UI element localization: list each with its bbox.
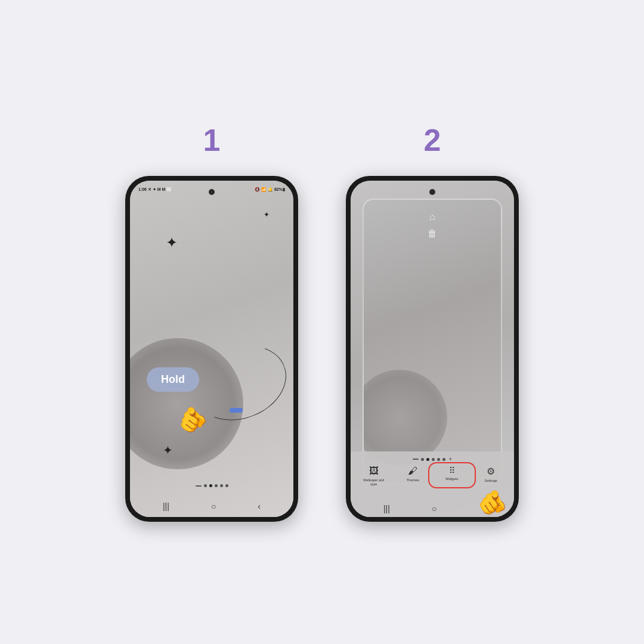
dot2-5 <box>442 458 445 461</box>
dot2-1 <box>421 458 424 461</box>
menu-wallpaper[interactable]: 🖼 Wallpaper andstyle <box>356 466 392 486</box>
phone-1: 1:06 ✕ ✦ M M ⬜ 🔇 📶 🔔 82%▮ ✦ ✦ Hold ✦ 🫵 <box>125 176 298 522</box>
wallpaper-preview: ⌂ 🗑 <box>363 199 502 484</box>
wp-home-icon: ⌂ <box>429 212 435 222</box>
hand-cursor-1: 🫵 <box>175 403 209 436</box>
wp-trash-icon: 🗑 <box>428 228 437 239</box>
hold-label: Hold <box>147 367 199 392</box>
dots-bar-1 <box>130 484 293 487</box>
dot-lines-2 <box>413 459 419 460</box>
status-icons: 🔇 📶 🔔 82%▮ <box>255 187 285 192</box>
wallpaper-icon: 🖼 <box>369 466 379 476</box>
dot-2 <box>209 484 212 487</box>
dot-5 <box>225 484 228 487</box>
sparkle-icon-1: ✦ <box>264 210 270 219</box>
themes-icon: 🖌 <box>408 466 417 476</box>
menu-settings-label: Settings <box>484 479 497 482</box>
step-2-number: 2 <box>424 122 441 158</box>
menu-themes-label: Themes <box>406 478 419 482</box>
step-2: 2 ⌂ 🗑 <box>346 122 519 522</box>
dots-bar-2: + <box>413 456 452 462</box>
status-time: 1:06 ✕ ✦ M M ⬜ <box>138 187 172 192</box>
hand-cursor-2: 🫵 <box>476 487 510 517</box>
nav-back: ‹ <box>258 501 261 511</box>
nav-recent: ||| <box>163 501 169 511</box>
phone-1-screen: 1:06 ✕ ✦ M M ⬜ 🔇 📶 🔔 82%▮ ✦ ✦ Hold ✦ 🫵 <box>130 181 293 517</box>
dot2-2 <box>426 458 429 461</box>
blue-band <box>230 408 243 413</box>
camera-2 <box>429 189 435 195</box>
menu-settings[interactable]: ⚙ Settings <box>473 466 509 486</box>
wp-icons: ⌂ 🗑 <box>428 212 437 239</box>
step-1: 1 1:06 ✕ ✦ M M ⬜ 🔇 📶 🔔 82%▮ ✦ ✦ <box>125 122 298 522</box>
settings-icon: ⚙ <box>487 466 495 477</box>
step-1-number: 1 <box>203 122 221 158</box>
menu-themes[interactable]: 🖌 Themes <box>395 466 431 486</box>
camera-1 <box>209 189 215 195</box>
menu-wallpaper-label: Wallpaper andstyle <box>363 478 384 486</box>
dot2-4 <box>437 458 440 461</box>
highlight-ring <box>428 462 476 488</box>
nav-home: ○ <box>211 501 216 511</box>
menu-row: 🖼 Wallpaper andstyle 🖌 Themes ⠿ Widgets <box>351 466 514 486</box>
nav-bar-1: ||| ○ ‹ <box>130 496 293 517</box>
main-container: 1 1:06 ✕ ✦ M M ⬜ 🔇 📶 🔔 82%▮ ✦ ✦ <box>0 0 644 644</box>
nav2-home: ○ <box>432 504 436 513</box>
dot-lines <box>196 485 202 487</box>
sparkle-icon-3: ✦ <box>163 443 173 457</box>
phone-2-screen: ⌂ 🗑 + <box>351 181 514 517</box>
menu-widgets[interactable]: ⠿ Widgets <box>434 466 470 486</box>
dot-1 <box>204 484 207 487</box>
nav2-recent: ||| <box>383 504 390 513</box>
phone-2: ⌂ 🗑 + <box>346 176 519 522</box>
sparkle-icon-2: ✦ <box>166 234 178 251</box>
dot2-3 <box>432 458 435 461</box>
dot-3 <box>215 484 218 487</box>
dot-4 <box>220 484 223 487</box>
wp-circle <box>363 370 447 465</box>
